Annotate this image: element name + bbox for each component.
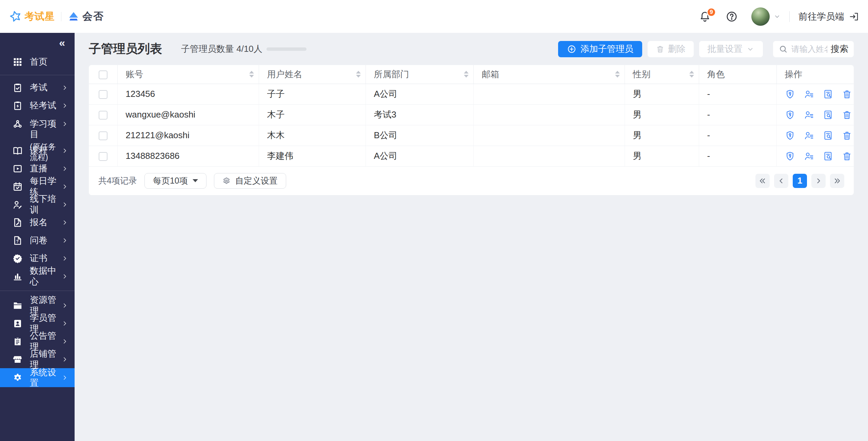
cell-name: 木子 bbox=[259, 104, 366, 125]
sidebar-item-daily-practice[interactable]: 每日学练 bbox=[0, 177, 75, 195]
row-checkbox[interactable] bbox=[99, 111, 107, 120]
op-view-detail-button[interactable] bbox=[823, 89, 833, 99]
grid-icon bbox=[12, 57, 23, 67]
row-checkbox[interactable] bbox=[99, 90, 107, 99]
sidebar-item-certificate[interactable]: 证书 bbox=[0, 249, 75, 267]
sort-carets-icon[interactable] bbox=[689, 71, 694, 78]
table-row: 123456子子A公司男- bbox=[89, 84, 854, 104]
clipboard-bolt-icon bbox=[12, 100, 23, 111]
op-permission-button[interactable] bbox=[785, 89, 795, 99]
sidebar-item-home[interactable]: 首页 bbox=[0, 52, 75, 71]
last-page-button[interactable] bbox=[830, 174, 844, 188]
pagination: 1 bbox=[755, 174, 844, 188]
sidebar-divider bbox=[0, 291, 75, 291]
current-page-button[interactable]: 1 bbox=[793, 174, 807, 188]
op-assign-user-button[interactable] bbox=[804, 110, 814, 120]
user-list-icon bbox=[804, 151, 814, 161]
sidebar-item-label: 系统设置 bbox=[30, 367, 60, 388]
custom-settings-label: 自定义设置 bbox=[235, 175, 278, 186]
op-assign-user-button[interactable] bbox=[804, 130, 814, 141]
notification-bell-button[interactable]: 9 bbox=[699, 11, 711, 22]
sort-carets-icon[interactable] bbox=[249, 71, 254, 78]
delete-button[interactable]: 删除 bbox=[648, 41, 694, 57]
first-page-button[interactable] bbox=[755, 174, 770, 188]
main-content: 子管理员列表 子管理员数量 4/10人 添加子管理员 bbox=[75, 33, 868, 441]
sidebar-item-learning-project[interactable]: 学习项目(原任务流程) bbox=[0, 114, 75, 142]
sort-carets-icon[interactable] bbox=[464, 71, 469, 78]
cell-email bbox=[473, 146, 625, 166]
sidebar-item-light-exam[interactable]: 轻考试 bbox=[0, 97, 75, 114]
sidebar-item-survey[interactable]: ?问卷 bbox=[0, 231, 75, 249]
add-sub-admin-button[interactable]: 添加子管理员 bbox=[558, 41, 642, 57]
add-button-label: 添加子管理员 bbox=[580, 43, 633, 55]
select-all-checkbox[interactable] bbox=[99, 70, 107, 79]
cell-name: 木木 bbox=[259, 125, 366, 146]
sidebar-item-offline-training[interactable]: 线下培训 bbox=[0, 195, 75, 213]
table-footer: 共4项记录 每页10项 自定义设置 bbox=[89, 167, 854, 195]
op-delete-button[interactable] bbox=[842, 110, 852, 120]
page-size-dropdown[interactable]: 每页10项 bbox=[144, 173, 206, 189]
sort-carets-icon[interactable] bbox=[356, 71, 361, 78]
op-permission-button[interactable] bbox=[785, 110, 795, 120]
cell-department: B公司 bbox=[366, 125, 473, 146]
sidebar-item-shop-mgmt[interactable]: 店铺管理 bbox=[0, 350, 75, 368]
column-header-name[interactable]: 用户姓名 bbox=[259, 65, 366, 84]
double-chevron-left-icon bbox=[758, 177, 767, 185]
trash-icon bbox=[842, 110, 852, 120]
next-page-button[interactable] bbox=[811, 174, 826, 188]
column-header-department[interactable]: 所属部门 bbox=[366, 65, 473, 84]
op-view-detail-button[interactable] bbox=[823, 130, 833, 141]
op-permission-button[interactable] bbox=[785, 151, 795, 161]
op-delete-button[interactable] bbox=[842, 130, 852, 141]
op-view-detail-button[interactable] bbox=[823, 110, 833, 120]
help-button[interactable] bbox=[726, 10, 738, 23]
sort-carets-icon[interactable] bbox=[615, 71, 620, 78]
cell-account: wangxue@kaoshi bbox=[117, 104, 259, 125]
cell-role: - bbox=[699, 125, 776, 146]
sidebar-divider bbox=[0, 75, 75, 75]
op-assign-user-button[interactable] bbox=[804, 151, 814, 161]
sidebar-item-student-mgmt[interactable]: 学员管理 bbox=[0, 314, 75, 332]
cell-role: - bbox=[699, 84, 776, 104]
op-delete-button[interactable] bbox=[842, 151, 852, 161]
sidebar-item-registration[interactable]: 报名 bbox=[0, 213, 75, 231]
op-assign-user-button[interactable] bbox=[804, 89, 814, 99]
op-view-detail-button[interactable] bbox=[823, 151, 833, 161]
gear-icon bbox=[222, 177, 231, 185]
sidebar-collapse-button[interactable]: « bbox=[59, 37, 65, 48]
sidebar-item-data-center[interactable]: 数据中心 bbox=[0, 267, 75, 285]
share-nodes-icon bbox=[12, 119, 23, 129]
column-header-account[interactable]: 账号 bbox=[117, 65, 259, 84]
row-checkbox[interactable] bbox=[99, 131, 107, 140]
column-header-gender[interactable]: 性别 bbox=[625, 65, 699, 84]
op-permission-button[interactable] bbox=[785, 130, 795, 141]
column-header-email[interactable]: 邮箱 bbox=[473, 65, 625, 84]
op-delete-button[interactable] bbox=[842, 89, 852, 99]
trash-icon bbox=[656, 45, 665, 54]
video-play-icon bbox=[12, 163, 23, 174]
chevron-down-icon bbox=[746, 45, 755, 54]
go-to-student-portal-button[interactable]: 前往学员端 bbox=[798, 10, 859, 23]
sidebar-item-label: 数据中心 bbox=[30, 266, 60, 287]
sidebar-item-resource-mgmt[interactable]: 资源管理 bbox=[0, 296, 75, 314]
row-actions bbox=[785, 110, 849, 120]
sidebar-item-announcement-mgmt[interactable]: 公告管理 bbox=[0, 332, 75, 350]
sidebar-item-system-settings[interactable]: 系统设置 bbox=[0, 368, 75, 387]
custom-settings-button[interactable]: 自定义设置 bbox=[214, 173, 286, 189]
chevron-down-icon[interactable] bbox=[774, 13, 781, 20]
batch-settings-dropdown[interactable]: 批量设置 bbox=[699, 41, 763, 57]
search-button[interactable]: 搜索 bbox=[831, 43, 848, 55]
sidebar-item-label: 学习项目 bbox=[30, 119, 60, 140]
quota-label: 子管理员数量 4/10人 bbox=[181, 43, 262, 55]
sidebar-item-label: 课程 bbox=[30, 145, 60, 156]
prev-page-button[interactable] bbox=[774, 174, 788, 188]
badge-check-icon bbox=[12, 253, 23, 264]
portal-label: 前往学员端 bbox=[798, 10, 844, 23]
clipboard-check-icon bbox=[12, 82, 23, 93]
row-checkbox[interactable] bbox=[99, 152, 107, 161]
avatar[interactable] bbox=[751, 7, 770, 26]
app-logo[interactable]: 考试星 会否 bbox=[9, 9, 104, 23]
sidebar-item-exam[interactable]: 考试 bbox=[0, 79, 75, 97]
search-input[interactable] bbox=[791, 44, 827, 54]
chevron-right-icon bbox=[62, 85, 68, 91]
